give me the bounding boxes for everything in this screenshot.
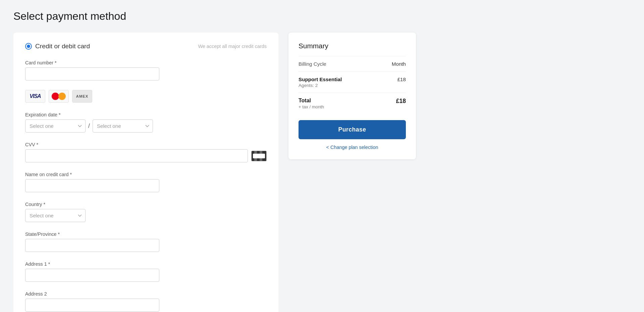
credit-card-radio[interactable] <box>25 43 32 50</box>
expiry-separator: / <box>88 122 90 129</box>
payment-method-label[interactable]: Credit or debit card <box>25 43 90 50</box>
change-plan-label: < Change plan selection <box>326 145 378 150</box>
expiry-month-select[interactable]: Select one 01020304 05060708 09101112 <box>25 119 86 133</box>
state-input[interactable] <box>25 239 159 252</box>
cardholder-name-label: Name on credit card * <box>25 172 267 177</box>
cardholder-name-group: Name on credit card * <box>25 172 267 192</box>
mastercard-logo <box>49 90 69 103</box>
total-sub: + tax / month <box>299 104 324 109</box>
expiration-group: Expiration date * Select one 01020304 05… <box>25 112 267 133</box>
purchase-button[interactable]: Purchase <box>299 120 406 139</box>
cvv-card-icon <box>251 151 267 161</box>
total-label: Total <box>299 98 324 104</box>
payment-form-card: Credit or debit card We accept all major… <box>13 33 278 312</box>
visa-text: VISA <box>30 93 41 99</box>
address2-input[interactable] <box>25 299 159 312</box>
country-select[interactable]: Select one United Kingdom United States … <box>25 209 86 222</box>
mc-circle-left <box>52 93 59 100</box>
amex-text: AMEX <box>76 94 88 98</box>
country-label: Country * <box>25 202 267 207</box>
card-number-input[interactable] <box>25 67 159 81</box>
total-left: Total + tax / month <box>299 98 324 109</box>
plan-name: Support Essential <box>299 76 342 82</box>
payment-method-header: Credit or debit card We accept all major… <box>25 43 267 50</box>
amex-logo: AMEX <box>72 90 92 103</box>
state-label: State/Province * <box>25 231 267 237</box>
change-plan-link[interactable]: < Change plan selection <box>299 145 406 150</box>
cvv-icon-inner <box>253 154 265 158</box>
cvv-input[interactable] <box>25 149 248 162</box>
plan-info: Support Essential Agents: 2 <box>299 76 342 88</box>
accept-text: We accept all major credit cards <box>198 44 267 49</box>
billing-cycle-label: Billing Cycle <box>299 61 326 67</box>
page-title: Select payment method <box>13 10 631 22</box>
expiry-selects: Select one 01020304 05060708 09101112 / … <box>25 119 267 133</box>
total-amount: £18 <box>396 98 406 105</box>
cvv-group: CVV * <box>25 142 267 162</box>
cardholder-name-input[interactable] <box>25 179 159 192</box>
address2-group: Address 2 <box>25 291 267 312</box>
address1-label: Address 1 * <box>25 261 267 267</box>
billing-cycle-row: Billing Cycle Month <box>299 56 406 71</box>
cvv-label: CVV * <box>25 142 267 147</box>
card-number-label: Card number * <box>25 60 267 65</box>
cvv-wrapper <box>25 149 267 162</box>
expiration-label: Expiration date * <box>25 112 267 117</box>
plan-price: £18 <box>397 76 406 82</box>
visa-logo: VISA <box>25 90 45 103</box>
main-layout: Credit or debit card We accept all major… <box>13 33 631 312</box>
summary-card: Summary Billing Cycle Month Support Esse… <box>288 33 416 159</box>
state-group: State/Province * <box>25 231 267 252</box>
billing-cycle-value: Month <box>392 61 406 67</box>
credit-card-label: Credit or debit card <box>35 43 90 50</box>
address1-input[interactable] <box>25 269 159 282</box>
card-logos: VISA AMEX <box>25 90 267 103</box>
total-row: Total + tax / month £18 <box>299 93 406 114</box>
address1-group: Address 1 * <box>25 261 267 282</box>
plan-row: Support Essential Agents: 2 £18 <box>299 71 406 93</box>
expiry-year-select[interactable]: Select one 2024202520262027 202820292030 <box>93 119 153 133</box>
mc-circle-right <box>58 93 66 100</box>
card-number-group: Card number * <box>25 60 267 81</box>
address2-label: Address 2 <box>25 291 267 297</box>
country-group: Country * Select one United Kingdom Unit… <box>25 202 267 222</box>
plan-agents: Agents: 2 <box>299 83 342 88</box>
summary-title: Summary <box>299 42 406 50</box>
